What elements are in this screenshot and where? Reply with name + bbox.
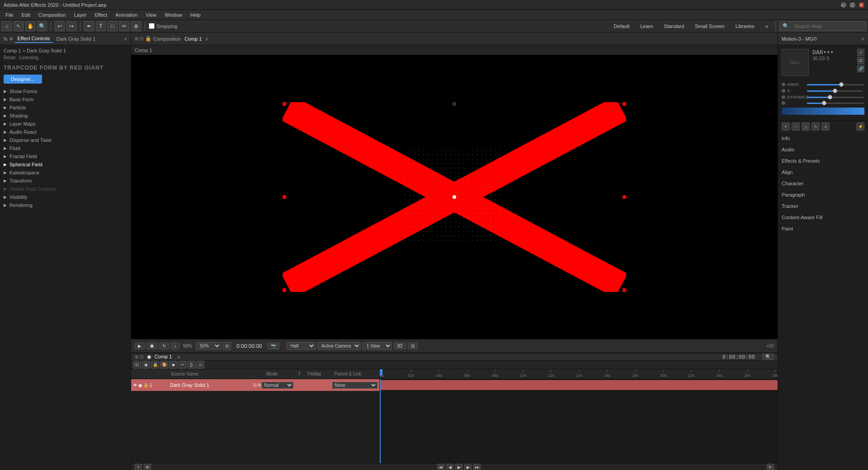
panel-paragraph[interactable]: Paragraph [778,189,868,201]
panel-character[interactable]: Character [778,178,868,189]
go-start-btn[interactable]: ⏮ [437,464,444,470]
audio-btn[interactable]: ♪ [171,343,179,349]
shape-tool[interactable]: □ [108,21,118,31]
workspace-standard[interactable]: Standard [660,23,688,30]
section-rendering[interactable]: ▶ Rendering [2,201,129,209]
brush-tool[interactable]: ✏ [119,21,129,31]
comp-tab-menu[interactable]: ≡ [205,36,208,42]
lock-icon[interactable]: 🔒 [143,383,149,388]
panel-info[interactable]: Info [778,133,868,144]
redo-btn[interactable]: ↪ [66,21,76,31]
minimize-btn[interactable]: – [841,2,846,8]
parent-select[interactable]: None [332,382,377,389]
panel-audio[interactable]: Audio [778,144,868,155]
new-layer-btn[interactable]: + [135,464,142,470]
maximize-btn[interactable]: □ [850,2,855,8]
section-fluid[interactable]: ▶ Fluid [2,144,129,152]
stop-btn[interactable]: ⏹ [146,343,157,349]
section-show-forms[interactable]: ▶ Show Forms [2,87,129,95]
section-fractal-field[interactable]: ▶ Fractal Field [2,152,129,160]
preview-box[interactable]: NULL [782,49,809,76]
prev-frame-btn[interactable]: ◀ [446,464,453,470]
section-kaleidospace[interactable]: ▶ Kaleidospace [2,169,129,177]
workspace-expand[interactable]: » [762,23,772,30]
snapping-checkbox[interactable] [149,23,155,29]
view-select[interactable]: 1 View 2 Views 4 Views [363,342,392,350]
solo-btn[interactable]: ◉ [142,361,150,369]
triangle-icon[interactable]: △ [802,122,810,131]
window-controls[interactable]: – □ ✕ [841,2,864,8]
home-btn[interactable]: ⌂ [2,21,12,31]
workspace-learn[interactable]: Learn [637,23,656,30]
lightning-icon[interactable]: ⚡ [856,122,864,131]
menu-composition[interactable]: Composition [35,11,70,19]
zoom-tool[interactable]: 🔍 [37,21,47,31]
effect-controls-tab[interactable]: Effect Controls [15,35,53,43]
go-end-btn[interactable]: ⏭ [473,464,481,470]
search-input[interactable] [791,23,863,30]
x-slider[interactable] [807,90,863,92]
right-panel-menu[interactable]: ≡ [862,36,864,42]
link-btn[interactable]: 🔗 [857,65,864,72]
text-tool[interactable]: T [96,21,106,31]
play-btn[interactable]: ▶ [455,464,462,470]
comp-viewport[interactable] [131,55,778,339]
reset-btn[interactable]: Reset [4,55,15,60]
solo-icon[interactable]: ◉ [138,383,142,388]
layer-row-1[interactable]: 👁 ◉ 🔒 1 Dark Gray Solid 1 ⊡ fx Norm [131,379,379,391]
timeline-tab-menu[interactable]: ≡ [177,354,180,360]
motion-btn[interactable]: 〜 [178,361,186,369]
lock-btn[interactable]: 🔒 [151,361,159,369]
menu-view[interactable]: View [142,11,160,19]
markers-btn[interactable]: ◇ [196,361,204,369]
menu-help[interactable]: Help [187,11,204,19]
keys-btn[interactable]: ◆ [169,361,177,369]
anno-slider[interactable] [807,84,864,85]
panel-effects-presets[interactable]: Effects & Presets [778,155,868,167]
section-spherical-field[interactable]: ▶ Spherical Field [2,160,129,169]
layer-duration-bar[interactable] [380,380,778,390]
close-btn[interactable]: ✕ [859,2,864,8]
switch-icon[interactable]: ⊡ [253,383,257,387]
panel-align[interactable]: Align [778,167,868,178]
extra-slider[interactable] [807,103,864,104]
section-particle[interactable]: ▶ Particle [2,103,129,112]
camera-icon[interactable]: 📷 [268,343,279,349]
breadcrumb-comp[interactable]: Comp 1 [135,47,152,53]
clone-tool[interactable]: ⊕ [131,21,141,31]
pen-tool[interactable]: ✒ [84,21,94,31]
dynamics-slider[interactable] [807,97,864,98]
fx-toggle[interactable]: fx [258,383,261,387]
enable-all-btn[interactable]: ⊡ [133,361,141,369]
designer-button[interactable]: Designer... [4,75,42,84]
grid-btn[interactable]: ⊞ [223,342,231,350]
section-transform[interactable]: ▶ Transform [2,177,129,185]
menu-animation[interactable]: Animation [112,11,141,19]
color-btn[interactable]: 🎨 [160,361,168,369]
loop-btn[interactable]: ↻ [159,343,169,349]
arrow-tool[interactable]: ↖ [14,21,24,31]
workspace-libraries[interactable]: Libraries [732,23,758,30]
menu-window[interactable]: Window [161,11,186,19]
menu-edit[interactable]: Edit [18,11,34,19]
camera-select[interactable]: Active Camera [317,342,361,350]
square-icon[interactable]: □ [792,122,800,131]
panel-tracker[interactable]: Tracker [778,201,868,212]
section-visibility[interactable]: ▶ Visibility [2,193,129,201]
expand-btn[interactable]: ⤢ [857,49,864,56]
chevron-up-icon[interactable]: ∧ [821,122,830,131]
section-audio-react[interactable]: ▶ Audio React [2,128,129,136]
comp-tab-label[interactable]: ◉ Comp 1 [147,354,172,360]
panel-paint[interactable]: Paint [778,223,868,235]
align-left-icon[interactable]: ≡ [782,122,790,131]
eye-icon[interactable]: 👁 [133,383,137,388]
section-disperse-twist[interactable]: ▶ Disperse and Twist [2,136,129,144]
fit-btn[interactable]: ⊡ [857,57,864,64]
search-comp-btn[interactable]: 🔍 [762,353,774,360]
comp-tab-name[interactable]: Comp 1 [184,36,202,42]
timecode-edit[interactable]: 0:00:00:00 [722,354,755,360]
3d-btn[interactable]: 3D [394,343,406,349]
color-gradient-bar[interactable] [782,108,864,115]
expression-btn[interactable]: {} [187,361,195,369]
menu-layer[interactable]: Layer [71,11,90,19]
